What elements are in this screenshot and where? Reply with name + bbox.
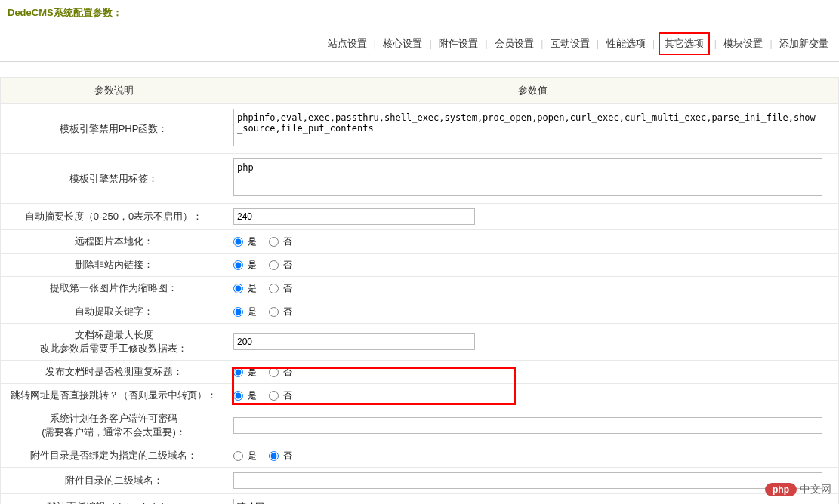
input-tag-disabled[interactable]: php <box>233 158 822 196</box>
radio-first-thumb-yes[interactable] <box>233 284 243 293</box>
input-php-disabled[interactable]: phpinfo,eval,exec,passthru,shell_exec,sy… <box>233 109 822 146</box>
tab-member[interactable]: 会员设置 <box>492 37 537 51</box>
label-del-offsite: 删除非站内链接： <box>1 254 227 277</box>
label-duty-admin: 默认责任编辑（dutyadmin）： <box>1 494 227 505</box>
tab-other[interactable]: 其它选项 <box>659 32 710 55</box>
radio-remote-img-no[interactable] <box>269 237 279 247</box>
watermark: php 中文网 <box>765 483 831 496</box>
tabs-bar: 站点设置 | 核心设置 | 附件设置 | 会员设置 | 互动设置 | 性能选项 … <box>0 26 839 62</box>
label-php-disabled: 模板引擎禁用PHP函数： <box>1 104 227 154</box>
config-table: 参数说明 参数值 模板引擎禁用PHP函数： phpinfo,eval,exec,… <box>0 77 839 504</box>
label-attach-domain: 附件目录的二级域名： <box>1 468 227 494</box>
tab-site[interactable]: 站点设置 <box>325 37 370 51</box>
radio-redirect-yes[interactable] <box>233 391 243 401</box>
label-attach-bound: 附件目录是否绑定为指定的二级域名： <box>1 444 227 468</box>
label-first-thumb: 提取第一张图片作为缩略图： <box>1 277 227 300</box>
radio-auto-keywords-yes[interactable] <box>233 307 243 317</box>
radio-attach-bound-no[interactable] <box>269 451 279 461</box>
tab-interact[interactable]: 互动设置 <box>548 37 593 51</box>
label-auto-summary: 自动摘要长度（0-250，0表示不启用）： <box>1 204 227 230</box>
page-title: DedeCMS系统配置参数： <box>8 6 122 20</box>
label-remote-img: 远程图片本地化： <box>1 230 227 254</box>
tab-performance[interactable]: 性能选项 <box>603 37 649 51</box>
label-client-pwd: 系统计划任务客户端许可密码 (需要客户端，通常不会太重要)： <box>1 407 227 444</box>
input-duty-admin[interactable] <box>233 499 822 504</box>
radio-del-offsite-no[interactable] <box>269 260 279 270</box>
radio-first-thumb-no[interactable] <box>269 284 279 293</box>
radio-remote-img-yes[interactable] <box>233 237 243 247</box>
tab-attach[interactable]: 附件设置 <box>436 37 481 51</box>
tab-module[interactable]: 模块设置 <box>720 37 766 51</box>
input-title-maxlen[interactable] <box>233 333 475 350</box>
col-value: 参数值 <box>227 78 839 104</box>
input-client-pwd[interactable] <box>233 417 822 434</box>
input-attach-domain[interactable] <box>233 472 822 489</box>
label-check-dup: 发布文档时是否检测重复标题： <box>1 361 227 384</box>
watermark-text: 中文网 <box>800 483 831 496</box>
label-title-maxlen: 文档标题最大长度 改此参数后需要手工修改数据表： <box>1 324 227 361</box>
tab-core[interactable]: 核心设置 <box>380 37 425 51</box>
col-desc: 参数说明 <box>1 78 227 104</box>
label-auto-keywords: 自动提取关键字： <box>1 300 227 324</box>
input-auto-summary[interactable] <box>233 208 475 225</box>
radio-auto-keywords-no[interactable] <box>269 307 279 317</box>
radio-redirect-no[interactable] <box>269 391 279 401</box>
radio-attach-bound-yes[interactable] <box>233 451 243 461</box>
radio-check-dup-yes[interactable] <box>233 367 243 377</box>
radio-check-dup-no[interactable] <box>269 367 279 377</box>
label-redirect-direct: 跳转网址是否直接跳转？（否则显示中转页）： <box>1 384 227 407</box>
label-tag-disabled: 模板引擎禁用标签： <box>1 154 227 204</box>
watermark-badge: php <box>765 483 797 496</box>
radio-del-offsite-yes[interactable] <box>233 260 243 270</box>
tab-addvar[interactable]: 添加新变量 <box>776 37 831 51</box>
